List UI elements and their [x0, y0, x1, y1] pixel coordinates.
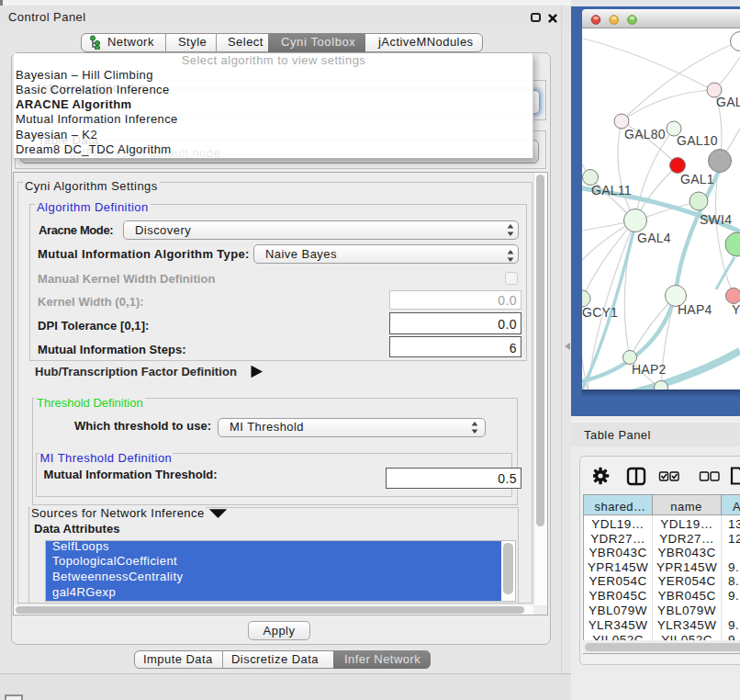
- svg-text:GAL2: GAL2: [716, 95, 740, 109]
- svg-text:SWI4: SWI4: [700, 212, 732, 227]
- svg-text:HAP2: HAP2: [632, 362, 667, 377]
- svg-text:YM: YM: [732, 302, 740, 317]
- svg-text:GAL10: GAL10: [677, 133, 718, 148]
- svg-text:GAL4: GAL4: [637, 231, 671, 245]
- svg-text:GAL11: GAL11: [591, 183, 632, 198]
- svg-text:HAP4: HAP4: [678, 302, 712, 317]
- svg-text:GAL80: GAL80: [624, 127, 666, 141]
- svg-text:GAL1: GAL1: [680, 172, 714, 186]
- svg-text:GCY1: GCY1: [582, 305, 618, 320]
